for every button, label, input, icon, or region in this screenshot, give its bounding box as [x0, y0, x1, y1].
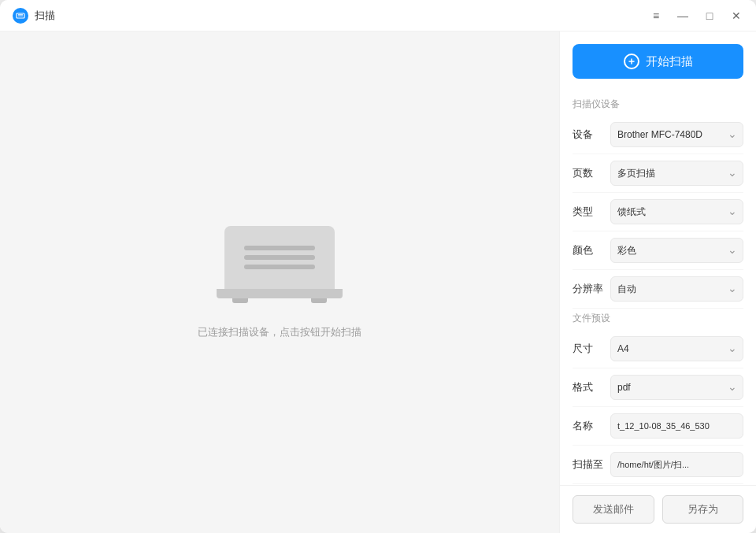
size-setting-row: 尺寸 A4 A3 Letter Legal — [573, 330, 743, 368]
device-section-title: 扫描仪设备 — [573, 91, 743, 116]
format-setting-row: 格式 pdf jpg png tiff — [573, 368, 743, 407]
name-setting-row: 名称 t_12_10-08_35_46_530 — [573, 407, 743, 446]
file-section-title: 文件预设 — [573, 309, 743, 330]
pages-label: 页数 — [573, 166, 610, 180]
scanner-line-1 — [244, 246, 315, 250]
scanner-foot-right — [311, 298, 327, 303]
app-title: 扫描 — [35, 9, 55, 23]
save-as-button[interactable]: 另存为 — [662, 495, 744, 524]
titlebar: 扫描 ≡ — □ ✕ — [0, 0, 756, 31]
settings-section: 扫描仪设备 设备 Brother MFC-7480D 页数 多页扫 — [560, 91, 756, 485]
type-setting-row: 类型 馈纸式 平板式 — [573, 193, 743, 231]
size-label: 尺寸 — [573, 342, 610, 356]
main-content: 已连接扫描设备，点击按钮开始扫描 开始扫描 扫描仪设备 设备 — [0, 31, 756, 533]
color-select-wrapper[interactable]: 彩色 灰度 黑白 — [610, 238, 743, 263]
scanner-foot-left — [232, 298, 248, 303]
device-select-wrapper[interactable]: Brother MFC-7480D — [610, 122, 743, 147]
resolution-select-wrapper[interactable]: 自动 100 dpi 200 dpi 300 dpi 600 dpi — [610, 276, 743, 302]
minimize-button[interactable]: — — [676, 9, 690, 23]
scanner-base — [217, 289, 343, 298]
scan-to-setting-row: 扫描至 /home/ht/图片/扫... — [573, 446, 743, 484]
size-select[interactable]: A4 A3 Letter Legal — [610, 336, 743, 361]
scan-path-display[interactable]: /home/ht/图片/扫... — [610, 452, 743, 477]
type-select-wrapper[interactable]: 馈纸式 平板式 — [610, 199, 743, 224]
send-email-button[interactable]: 发送邮件 — [573, 495, 654, 524]
color-setting-row: 颜色 彩色 灰度 黑白 — [573, 231, 743, 270]
format-select-wrapper[interactable]: pdf jpg png tiff — [610, 375, 743, 400]
right-panel: 开始扫描 扫描仪设备 设备 Brother MFC-7480D — [559, 31, 756, 533]
device-label: 设备 — [573, 128, 610, 142]
size-select-wrapper[interactable]: A4 A3 Letter Legal — [610, 336, 743, 361]
format-select[interactable]: pdf jpg png tiff — [610, 375, 743, 400]
maximize-button[interactable]: □ — [702, 9, 717, 23]
resolution-label: 分辨率 — [573, 282, 610, 296]
start-scan-button[interactable]: 开始扫描 — [573, 44, 743, 79]
scanner-body — [224, 226, 335, 289]
resolution-setting-row: 分辨率 自动 100 dpi 200 dpi 300 dpi 600 dpi — [573, 270, 743, 309]
pages-setting-row: 页数 多页扫描 单页扫描 — [573, 154, 743, 193]
scanner-line-3 — [244, 265, 315, 269]
app-window: 扫描 ≡ — □ ✕ 已连接扫描设备，点击按钮开始扫 — [0, 0, 756, 533]
bottom-actions: 发送邮件 另存为 — [560, 485, 756, 533]
scan-to-label: 扫描至 — [573, 457, 610, 472]
scan-icon — [624, 54, 639, 69]
close-button[interactable]: ✕ — [729, 9, 743, 23]
format-label: 格式 — [573, 380, 610, 394]
start-scan-label: 开始扫描 — [646, 54, 693, 69]
pages-select-wrapper[interactable]: 多页扫描 单页扫描 — [610, 161, 743, 186]
type-select[interactable]: 馈纸式 平板式 — [610, 199, 743, 224]
name-label: 名称 — [573, 419, 610, 433]
scanner-feet — [232, 298, 327, 303]
type-label: 类型 — [573, 205, 610, 219]
name-display[interactable]: t_12_10-08_35_46_530 — [610, 413, 743, 439]
send-email-label: 发送邮件 — [593, 502, 634, 516]
menu-button[interactable]: ≡ — [649, 9, 663, 23]
status-text: 已连接扫描设备，点击按钮开始扫描 — [198, 325, 361, 339]
name-value: t_12_10-08_35_46_530 — [617, 421, 710, 431]
device-setting-row: 设备 Brother MFC-7480D — [573, 116, 743, 154]
left-panel: 已连接扫描设备，点击按钮开始扫描 — [0, 31, 559, 533]
resolution-select[interactable]: 自动 100 dpi 200 dpi 300 dpi 600 dpi — [610, 276, 743, 302]
color-label: 颜色 — [573, 243, 610, 257]
color-select[interactable]: 彩色 灰度 黑白 — [610, 238, 743, 263]
pages-select[interactable]: 多页扫描 单页扫描 — [610, 161, 743, 186]
window-controls: ≡ — □ ✕ — [649, 9, 743, 23]
scan-path-value: /home/ht/图片/扫... — [617, 459, 689, 471]
save-as-label: 另存为 — [687, 502, 718, 516]
app-icon — [13, 8, 28, 24]
device-select[interactable]: Brother MFC-7480D — [610, 122, 743, 147]
scanner-line-2 — [244, 255, 315, 260]
scanner-illustration — [217, 226, 343, 303]
